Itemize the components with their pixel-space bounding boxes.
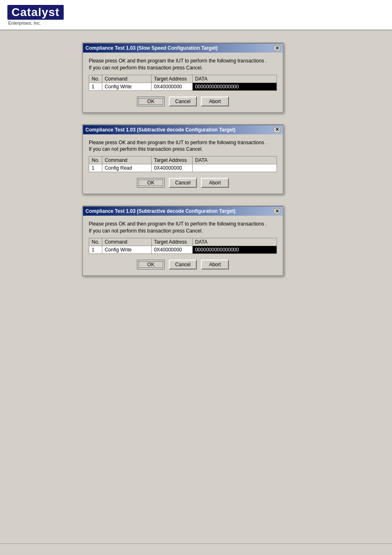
dialog-1: Compliance Test 1.03 (Slow Speed Configu…	[82, 43, 284, 113]
cell-data: 0000000000000000	[192, 246, 277, 253]
dialog-3-body: Please press OK and then program the IUT…	[83, 216, 283, 275]
dialog-1-close-button[interactable]: ✕	[274, 45, 280, 51]
dialog-1-titlebar: Compliance Test 1.03 (Slow Speed Configu…	[83, 44, 283, 53]
dialog-1-ok-button[interactable]: OK	[137, 97, 165, 106]
dialog-2-cancel-button[interactable]: Cancel	[169, 178, 197, 188]
cell-command: Config Write	[102, 83, 151, 90]
dialog-2-message: Please press OK and then program the IUT…	[89, 139, 277, 153]
table-row: 1 Config Write 0X40000000 00000000000000…	[89, 83, 277, 90]
dialog-2-abort-button[interactable]: Abort	[201, 178, 229, 188]
col-header-no: No.	[89, 157, 102, 164]
col-header-no: No.	[89, 75, 102, 83]
dialog-3-titlebar: Compliance Test 1.03 (Subtractive decode…	[83, 207, 283, 216]
col-header-address: Target Address	[151, 157, 192, 164]
dialog-1-buttons: OK Cancel Abort	[89, 97, 277, 106]
page-header: Catalyst Enterprises, Inc.	[0, 0, 392, 30]
dialog-3-ok-button[interactable]: OK	[137, 260, 165, 269]
col-header-data: DATA	[192, 157, 277, 164]
cell-address: 0X40000000	[151, 246, 192, 253]
col-header-command: Command	[102, 238, 151, 246]
dialog-3-buttons: OK Cancel Abort	[89, 260, 277, 269]
dialog-3-table: No. Command Target Address DATA 1 Config…	[89, 238, 277, 254]
dialog-3: Compliance Test 1.03 (Subtractive decode…	[82, 206, 284, 276]
dialog-3-message: Please press OK and then program the IUT…	[89, 221, 277, 235]
dialog-3-close-button[interactable]: ✕	[274, 208, 280, 214]
dialog-2: Compliance Test 1.03 (Subtractive decode…	[82, 124, 284, 195]
dialog-1-table: No. Command Target Address DATA 1 Config…	[89, 75, 277, 91]
dialog-3-abort-button[interactable]: Abort	[201, 260, 229, 269]
dialog-1-cancel-button[interactable]: Cancel	[169, 97, 197, 106]
dialog-1-message: Please press OK and then program the IUT…	[89, 58, 277, 71]
col-header-data: DATA	[192, 75, 277, 83]
cell-no: 1	[89, 164, 102, 172]
table-row: 1 Config Write 0X40000000 00000000000000…	[89, 246, 277, 253]
cell-data	[192, 164, 277, 172]
company-logo: Catalyst	[7, 5, 64, 20]
table-row: 1 Config Read 0X40000000	[89, 164, 277, 172]
dialog-1-body: Please press OK and then program the IUT…	[83, 53, 283, 112]
page-footer	[0, 543, 392, 555]
dialog-2-close-button[interactable]: ✕	[274, 127, 280, 133]
dialog-2-ok-button[interactable]: OK	[137, 178, 165, 188]
col-header-address: Target Address	[151, 75, 192, 83]
dialog-1-title: Compliance Test 1.03 (Slow Speed Configu…	[85, 45, 218, 51]
dialog-3-title: Compliance Test 1.03 (Subtractive decode…	[85, 208, 235, 214]
cell-address: 0X40000000	[151, 83, 192, 90]
cell-command: Config Write	[102, 246, 151, 253]
cell-data: 0000000000000000	[192, 83, 277, 90]
col-header-command: Command	[102, 157, 151, 164]
dialog-1-abort-button[interactable]: Abort	[201, 97, 229, 106]
dialog-2-table: No. Command Target Address DATA 1 Config…	[89, 156, 277, 172]
dialog-2-title: Compliance Test 1.03 (Subtractive decode…	[85, 127, 235, 133]
cell-no: 1	[89, 246, 102, 253]
col-header-data: DATA	[192, 238, 277, 246]
cell-no: 1	[89, 83, 102, 90]
company-tagline: Enterprises, Inc.	[8, 21, 41, 25]
dialog-2-titlebar: Compliance Test 1.03 (Subtractive decode…	[83, 125, 283, 134]
col-header-command: Command	[102, 75, 151, 83]
dialog-2-body: Please press OK and then program the IUT…	[83, 134, 283, 194]
dialog-2-buttons: OK Cancel Abort	[89, 178, 277, 188]
main-content: Compliance Test 1.03 (Slow Speed Configu…	[0, 30, 392, 288]
cell-address: 0X40000000	[151, 164, 192, 172]
dialog-3-cancel-button[interactable]: Cancel	[169, 260, 197, 269]
col-header-no: No.	[89, 238, 102, 246]
cell-command: Config Read	[102, 164, 151, 172]
col-header-address: Target Address	[151, 238, 192, 246]
